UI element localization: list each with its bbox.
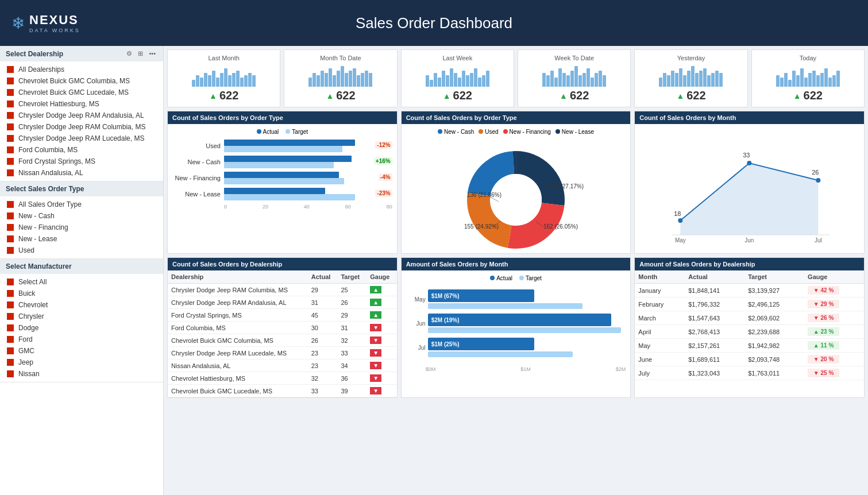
kpi-bar-5-10	[816, 75, 820, 87]
gauge-down-6: ▼	[370, 362, 381, 369]
manufacturer-label-1: Buick	[18, 289, 35, 297]
dealership-item-2[interactable]: Chevrolet Buick GMC Lucedale, MS	[0, 87, 163, 98]
more-icon[interactable]: •••	[147, 49, 157, 58]
order-type-item-1[interactable]: New - Cash	[0, 210, 163, 222]
svg-text:May: May	[675, 237, 686, 243]
manufacturer-item-6[interactable]: GMC	[0, 345, 163, 357]
order-type-label-0: All Sales Order Type	[18, 200, 82, 208]
dealership-item-4[interactable]: Chrysler Dodge Jeep RAM Andalusia, AL	[0, 110, 163, 121]
kpi-bar-5-7	[804, 78, 808, 87]
dealership-cell-target-8: 39	[337, 385, 367, 397]
manufacturer-item-3[interactable]: Chrysler	[0, 311, 163, 322]
kpi-chart-4	[639, 64, 742, 87]
kpi-number-3: 622	[570, 89, 589, 102]
dealership-table-row-7: Chevrolet Hattiesburg, MS 32 36 ▼	[168, 372, 397, 385]
kpi-bar-4-2	[667, 75, 670, 87]
gauge-up-2: ▲	[370, 311, 381, 319]
manufacturer-label-4: Dodge	[18, 324, 38, 332]
main-layout: Select Dealership ⚙ ⊞ ••• All Dealership…	[0, 46, 868, 495]
hbar-badge-2: -4%	[379, 173, 392, 181]
svg-text:Jul: Jul	[815, 237, 822, 243]
amount-gauge-badge-1: ▼ 29 %	[808, 300, 839, 308]
filter-icon[interactable]: ⚙	[125, 49, 134, 58]
dealership-cell-name-2: Ford Crystal Springs, MS	[168, 309, 308, 322]
kpi-arrow-1: ▲	[326, 91, 334, 100]
amount-track-0: $1M (67%)	[428, 289, 622, 309]
kpi-bar-3-4	[558, 68, 562, 87]
manufacturer-item-5[interactable]: Ford	[0, 334, 163, 345]
kpi-chart-1	[289, 64, 392, 87]
dealership-cell-name-8: Chevrolet Buick GMC Lucedale, MS	[168, 385, 308, 397]
amount-dealership-table: Month Actual Target Gauge January $1,848…	[635, 270, 864, 380]
col-dealership: Dealership	[168, 270, 308, 284]
expand-icon[interactable]: ⊞	[136, 49, 145, 58]
logo-sub: DATA WORKS	[29, 28, 80, 33]
dealership-item-5[interactable]: Chrysler Dodge Jeep RAM Columbia, MS	[0, 121, 163, 133]
logo-icon: ❄	[11, 14, 25, 33]
order-type-section-header: Select Sales Order Type	[0, 181, 163, 196]
dealership-cell-gauge-2: ▲	[367, 309, 396, 322]
dealership-item-9[interactable]: Nissan Andalusia, AL	[0, 167, 163, 179]
kpi-bar-0-10	[232, 73, 236, 87]
hbar-label-1: New - Cash	[172, 158, 224, 165]
hbar-target-0	[224, 146, 342, 152]
kpi-bar-0-11	[236, 71, 240, 87]
kpi-number-4: 622	[686, 89, 705, 102]
kpi-card-5: Today ▲ 622	[751, 49, 865, 107]
amount-cell-month-0: January	[635, 284, 685, 297]
dealership-cell-gauge-5: ▼	[367, 347, 396, 359]
kpi-bar-4-10	[699, 71, 703, 87]
dealership-item-6[interactable]: Chrysler Dodge Jeep RAM Lucedale, MS	[0, 133, 163, 144]
dealership-item-1[interactable]: Chevrolet Buick GMC Columbia, MS	[0, 75, 163, 87]
kpi-bar-2-9	[462, 71, 465, 87]
kpi-arrow-4: ▲	[676, 91, 684, 100]
manufacturer-item-0[interactable]: Select All	[0, 276, 163, 288]
kpi-bar-5-12	[824, 68, 828, 87]
kpi-bar-2-15	[486, 71, 489, 87]
dealership-item-7[interactable]: Ford Columbia, MS	[0, 144, 163, 156]
kpi-bar-0-14	[248, 73, 252, 87]
manufacturer-item-7[interactable]: Jeep	[0, 357, 163, 368]
kpi-bar-5-5	[796, 75, 800, 87]
manufacturer-label-6: GMC	[18, 347, 34, 355]
svg-text:Jun: Jun	[745, 237, 754, 243]
dealership-cell-name-0: Chrysler Dodge Jeep RAM Columbia, MS	[168, 284, 308, 296]
dealership-item-label-9: Nissan Andalusia, AL	[18, 169, 83, 177]
hbar-row-inner-1: New - Cash +16%	[172, 156, 392, 168]
manufacturer-section-header: Select Manufacturer	[0, 259, 163, 274]
kpi-bar-5-2	[784, 73, 788, 87]
dealership-item-3[interactable]: Chevrolet Hattiesburg, MS	[0, 98, 163, 110]
kpi-card-4: Yesterday ▲ 622	[634, 49, 747, 107]
amount-month-card: Amount of Sales Orders by Month Actual T…	[401, 257, 631, 398]
kpi-bar-3-9	[578, 75, 582, 87]
kpi-bar-1-15	[369, 73, 372, 87]
manufacturer-sq-4	[7, 324, 14, 331]
order-type-item-0[interactable]: All Sales Order Type	[0, 199, 163, 210]
amount-cell-gauge-0: ▼ 42 %	[804, 284, 864, 297]
svg-text:18: 18	[674, 210, 681, 217]
order-type-item-4[interactable]: Used	[0, 245, 163, 256]
manufacturer-section-title: Select Manufacturer	[6, 262, 72, 270]
dealership-cell-target-6: 34	[337, 359, 367, 372]
order-type-items: All Sales Order TypeNew - CashNew - Fina…	[0, 196, 163, 258]
order-type-item-2[interactable]: New - Financing	[0, 222, 163, 233]
sidebar: Select Dealership ⚙ ⊞ ••• All Dealership…	[0, 46, 164, 495]
manufacturer-item-2[interactable]: Chevrolet	[0, 299, 163, 311]
manufacturer-item-8[interactable]: Nissan	[0, 368, 163, 380]
dealership-item-8[interactable]: Ford Crystal Springs, MS	[0, 156, 163, 167]
order-type-section-title: Select Sales Order Type	[6, 185, 84, 193]
kpi-bar-1-9	[345, 73, 348, 87]
amount-gauge-badge-4: ▲ 11 %	[808, 341, 839, 350]
kpi-bar-4-11	[703, 68, 707, 87]
hbar-actual-3	[224, 188, 325, 194]
dealership-item-0[interactable]: All Dealerships	[0, 64, 163, 75]
order-type-item-3[interactable]: New - Lease	[0, 233, 163, 245]
kpi-bar-0-1	[196, 75, 199, 87]
manufacturer-item-1[interactable]: Buick	[0, 288, 163, 299]
svg-point-16	[816, 178, 821, 183]
kpi-bar-5-0	[776, 75, 780, 87]
dealership-table-card: Count of Sales Orders by Dealership Deal…	[167, 257, 398, 398]
kpi-bar-3-5	[562, 73, 566, 87]
manufacturer-item-4[interactable]: Dodge	[0, 322, 163, 334]
amount-cell-gauge-6: ▼ 25 %	[804, 366, 864, 380]
